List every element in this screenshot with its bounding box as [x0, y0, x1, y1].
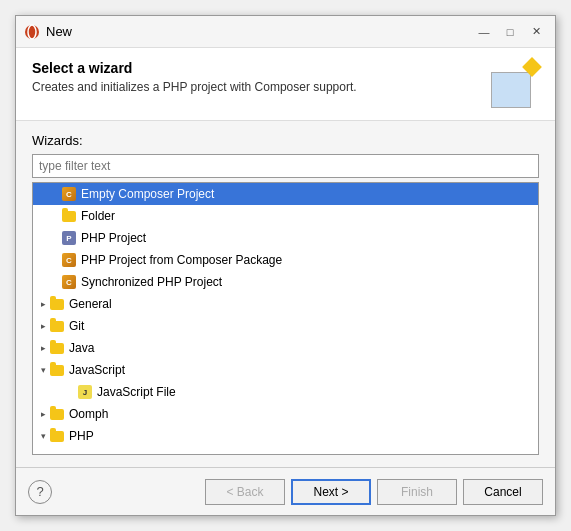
tree-item-empty-composer[interactable]: Empty Composer Project — [33, 183, 538, 205]
title-controls: — □ ✕ — [473, 21, 547, 43]
composer-icon — [61, 252, 77, 268]
wizards-label: Wizards: — [32, 133, 539, 148]
header-text: Select a wizard Creates and initializes … — [32, 60, 491, 94]
folder-icon — [61, 208, 77, 224]
composer-icon — [61, 186, 77, 202]
footer-buttons: < Back Next > Finish Cancel — [52, 479, 543, 505]
tree-arrow-php — [37, 430, 49, 442]
wizard-image — [491, 60, 539, 108]
back-button[interactable]: < Back — [205, 479, 285, 505]
tree-label-general: General — [69, 297, 112, 311]
tree-item-javascript[interactable]: JavaScript — [33, 359, 538, 381]
js-icon — [77, 384, 93, 400]
tree-item-java[interactable]: Java — [33, 337, 538, 359]
new-wizard-dialog: New — □ ✕ Select a wizard Creates and in… — [15, 15, 556, 516]
folder-icon — [49, 296, 65, 312]
help-button[interactable]: ? — [28, 480, 52, 504]
folder-icon — [49, 318, 65, 334]
tree-arrow-javascript — [37, 364, 49, 376]
header-title: Select a wizard — [32, 60, 491, 76]
folder-icon — [49, 362, 65, 378]
tree-label-sync-php: Synchronized PHP Project — [81, 275, 222, 289]
tree-label-javascript: JavaScript — [69, 363, 125, 377]
title-bar: New — □ ✕ — [16, 16, 555, 48]
svg-point-0 — [25, 25, 39, 39]
header-description: Creates and initializes a PHP project wi… — [32, 80, 491, 94]
tree-item-folder[interactable]: Folder — [33, 205, 538, 227]
maximize-button[interactable]: □ — [499, 21, 521, 43]
tree-arrow-general — [37, 298, 49, 310]
tree-label-folder: Folder — [81, 209, 115, 223]
tree-item-sync-php[interactable]: Synchronized PHP Project — [33, 271, 538, 293]
folder-icon — [49, 340, 65, 356]
tree-label-oomph: Oomph — [69, 407, 108, 421]
close-button[interactable]: ✕ — [525, 21, 547, 43]
tree-label-git: Git — [69, 319, 84, 333]
tree-item-php-composer[interactable]: PHP Project from Composer Package — [33, 249, 538, 271]
tree-item-oomph[interactable]: Oomph — [33, 403, 538, 425]
tree-arrow-oomph — [37, 408, 49, 420]
tree-label-javascript-file: JavaScript File — [97, 385, 176, 399]
tree-item-git[interactable]: Git — [33, 315, 538, 337]
header-section: Select a wizard Creates and initializes … — [16, 48, 555, 121]
tree-label-php-project: PHP Project — [81, 231, 146, 245]
tree-item-general[interactable]: General — [33, 293, 538, 315]
folder-icon — [49, 406, 65, 422]
php-icon — [61, 230, 77, 246]
finish-button[interactable]: Finish — [377, 479, 457, 505]
wizard-image-inner — [491, 72, 531, 108]
tree-container[interactable]: Empty Composer ProjectFolderPHP ProjectP… — [32, 182, 539, 455]
next-button[interactable]: Next > — [291, 479, 371, 505]
tree-item-php[interactable]: PHP — [33, 425, 538, 447]
folder-icon — [49, 428, 65, 444]
tree-arrow-java — [37, 342, 49, 354]
filter-input[interactable] — [32, 154, 539, 178]
tree-item-javascript-file[interactable]: JavaScript File — [33, 381, 538, 403]
tree-label-java: Java — [69, 341, 94, 355]
tree-label-php-composer: PHP Project from Composer Package — [81, 253, 282, 267]
dialog-icon — [24, 24, 40, 40]
minimize-button[interactable]: — — [473, 21, 495, 43]
tree-label-empty-composer: Empty Composer Project — [81, 187, 214, 201]
content-section: Wizards: Empty Composer ProjectFolderPHP… — [16, 121, 555, 467]
cancel-button[interactable]: Cancel — [463, 479, 543, 505]
tree-arrow-git — [37, 320, 49, 332]
footer-section: ? < Back Next > Finish Cancel — [16, 467, 555, 515]
composer-icon — [61, 274, 77, 290]
tree-item-php-project[interactable]: PHP Project — [33, 227, 538, 249]
tree-label-php: PHP — [69, 429, 94, 443]
dialog-title: New — [46, 24, 473, 39]
